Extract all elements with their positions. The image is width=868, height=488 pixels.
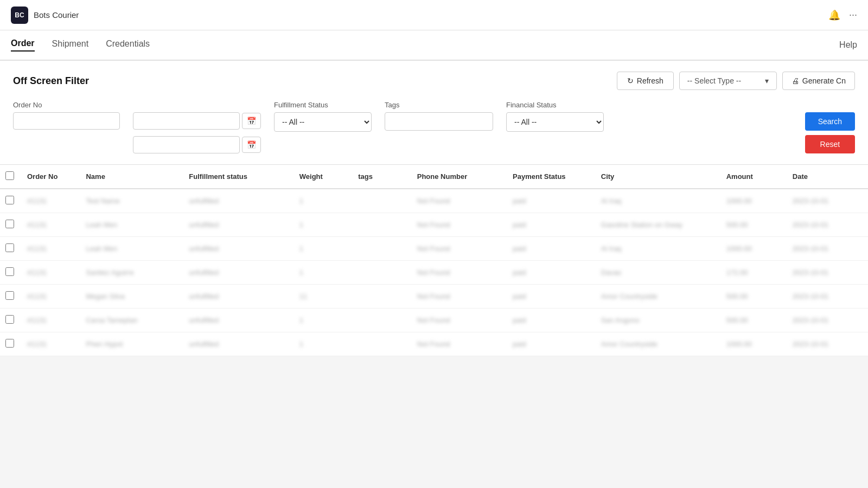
table-header-row: Order No Name Fulfillment status Weight … <box>0 165 868 189</box>
data-table: Order No Name Fulfillment status Weight … <box>0 165 868 356</box>
table-row: #1131 Test Name unfulfilled 1 Not Found … <box>0 189 868 213</box>
cell-fulfillment: unfulfilled <box>183 285 293 309</box>
row-checkbox-cell[interactable] <box>0 189 22 213</box>
refresh-button[interactable]: ↻ Refresh <box>617 72 674 90</box>
financial-status-label: Financial Status <box>506 101 604 109</box>
select-type-dropdown[interactable]: -- Select Type -- ▾ <box>679 72 777 90</box>
cell-tags <box>353 237 411 261</box>
nav-link-shipment[interactable]: Shipment <box>52 39 89 51</box>
row-checkbox-cell[interactable] <box>0 261 22 285</box>
generate-cn-button[interactable]: 🖨 Generate Cn <box>782 72 855 90</box>
row-checkbox[interactable] <box>5 196 14 204</box>
tags-input[interactable] <box>385 112 493 131</box>
cell-name: Carsa Tameptan <box>80 309 183 332</box>
fulfillment-status-select[interactable]: -- All -- <box>274 112 372 132</box>
col-header-phone-number: Phone Number <box>412 165 507 189</box>
cell-date: 2023-10-01 <box>787 309 868 332</box>
cell-phone: Not Found <box>412 309 507 332</box>
cell-tags <box>353 285 411 309</box>
filter-fields: Order No 📅 📅 Fulfillment Status -- All -… <box>13 101 855 153</box>
cell-order-no: #1131 <box>22 237 80 261</box>
cell-city: Amor Countryside <box>596 332 721 356</box>
cell-order-no: #1131 <box>22 189 80 213</box>
chevron-down-icon: ▾ <box>765 76 769 85</box>
cell-date: 2023-10-01 <box>787 261 868 285</box>
cell-payment-status: paid <box>507 309 596 332</box>
calendar-from-icon[interactable]: 📅 <box>242 113 261 129</box>
cell-date: 2023-10-01 <box>787 332 868 356</box>
cell-order-no: #1131 <box>22 309 80 332</box>
cell-amount: 500.00 <box>721 213 787 237</box>
cell-order-no: #1131 <box>22 213 80 237</box>
cell-tags <box>353 189 411 213</box>
cell-name: Megan Silva <box>80 285 183 309</box>
top-bar-left: BC Bots Courier <box>11 7 79 24</box>
filter-header: Off Screen Filter ↻ Refresh -- Select Ty… <box>13 72 855 90</box>
reset-button[interactable]: Reset <box>805 135 855 153</box>
col-header-name: Name <box>80 165 183 189</box>
fulfillment-status-field: Fulfillment Status -- All -- <box>274 101 372 132</box>
row-checkbox[interactable] <box>5 315 14 324</box>
cell-date: 2023-10-01 <box>787 285 868 309</box>
refresh-icon: ↻ <box>627 76 634 85</box>
cell-tags <box>353 261 411 285</box>
date-range-label <box>133 101 261 109</box>
cell-weight: 1 <box>294 332 353 356</box>
generate-icon: 🖨 <box>792 76 799 85</box>
cell-date: 2023-10-01 <box>787 237 868 261</box>
date-to-wrap: 📅 <box>133 136 261 153</box>
nav-link-credentials[interactable]: Credentials <box>106 39 150 51</box>
nav-help[interactable]: Help <box>839 40 857 50</box>
cell-payment-status: paid <box>507 213 596 237</box>
cell-name: Santiez Aguirre <box>80 261 183 285</box>
col-header-order-no: Order No <box>22 165 80 189</box>
cell-phone: Not Found <box>412 261 507 285</box>
col-header-payment-status: Payment Status <box>507 165 596 189</box>
row-checkbox[interactable] <box>5 291 14 300</box>
order-no-label: Order No <box>13 101 120 109</box>
date-to-input[interactable] <box>133 136 240 153</box>
row-checkbox[interactable] <box>5 339 14 348</box>
row-checkbox-cell[interactable] <box>0 332 22 356</box>
filter-title: Off Screen Filter <box>13 75 89 87</box>
filter-header-actions: ↻ Refresh -- Select Type -- ▾ 🖨 Generate… <box>617 72 855 90</box>
top-bar: BC Bots Courier 🔔 ··· <box>0 0 868 30</box>
order-no-input[interactable] <box>13 112 120 130</box>
order-no-field: Order No <box>13 101 120 130</box>
date-from-input[interactable] <box>133 112 240 130</box>
cell-phone: Not Found <box>412 237 507 261</box>
top-bar-right: 🔔 ··· <box>828 9 857 21</box>
cell-date: 2023-10-01 <box>787 189 868 213</box>
col-header-amount: Amount <box>721 165 787 189</box>
nav-link-order[interactable]: Order <box>11 38 35 52</box>
cell-amount: 1000.00 <box>721 237 787 261</box>
financial-status-field: Financial Status -- All -- <box>506 101 604 132</box>
cell-city: Gasoline Station on Gway <box>596 213 721 237</box>
more-icon[interactable]: ··· <box>849 9 857 21</box>
cell-tags <box>353 332 411 356</box>
row-checkbox[interactable] <box>5 267 14 276</box>
table-row: #1131 Leah Men unfulfilled 1 Not Found p… <box>0 237 868 261</box>
filter-section: Off Screen Filter ↻ Refresh -- Select Ty… <box>0 61 868 165</box>
select-all-checkbox[interactable] <box>5 171 14 180</box>
cell-fulfillment: unfulfilled <box>183 261 293 285</box>
table-row: #1131 Megan Silva unfulfilled 11 Not Fou… <box>0 285 868 309</box>
cell-weight: 1 <box>294 261 353 285</box>
row-checkbox-cell[interactable] <box>0 213 22 237</box>
financial-status-select[interactable]: -- All -- <box>506 112 604 132</box>
bell-icon[interactable]: 🔔 <box>828 9 840 21</box>
table-row: #1131 Santiez Aguirre unfulfilled 1 Not … <box>0 261 868 285</box>
row-checkbox-cell[interactable] <box>0 285 22 309</box>
app-name: Bots Courier <box>34 10 79 20</box>
search-button[interactable]: Search <box>805 112 855 131</box>
row-checkbox[interactable] <box>5 220 14 228</box>
table-row: #1131 Phen Hypot unfulfilled 1 Not Found… <box>0 332 868 356</box>
calendar-to-icon[interactable]: 📅 <box>242 137 261 153</box>
cell-phone: Not Found <box>412 285 507 309</box>
cell-city: Amor Countryside <box>596 285 721 309</box>
nav-bar: Order Shipment Credentials Help <box>0 30 868 61</box>
col-header-date: Date <box>787 165 868 189</box>
row-checkbox-cell[interactable] <box>0 237 22 261</box>
row-checkbox[interactable] <box>5 243 14 252</box>
row-checkbox-cell[interactable] <box>0 309 22 332</box>
